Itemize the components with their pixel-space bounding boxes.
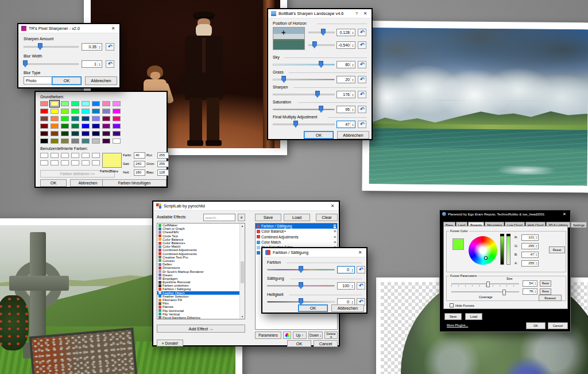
- ok-button[interactable]: OK: [52, 76, 82, 85]
- add-custom-color-button[interactable]: Farben hinzufügen: [102, 179, 167, 187]
- custom-color-swatch[interactable]: [82, 153, 90, 158]
- color-swatch[interactable]: [92, 138, 100, 144]
- hue-spinner[interactable]: 0: [337, 266, 355, 273]
- final-multiply-spinner[interactable]: 47: [336, 121, 355, 128]
- color-field-input[interactable]: 128: [157, 169, 169, 176]
- cancel-button[interactable]: Abbrechen: [331, 304, 364, 312]
- coverage-slider-thumb[interactable]: [502, 290, 506, 295]
- cancel-button[interactable]: Abbrechen: [85, 76, 117, 85]
- color-swatch[interactable]: [113, 131, 121, 136]
- close-icon[interactable]: [110, 26, 117, 31]
- color-reset-button[interactable]: Reset: [549, 246, 565, 253]
- script-list-item[interactable]: Color Match: [256, 240, 337, 245]
- close-icon[interactable]: [362, 11, 369, 16]
- color-swatch[interactable]: [61, 116, 69, 121]
- size-reset-button[interactable]: Reset: [540, 280, 551, 287]
- color-swatch[interactable]: [71, 116, 79, 121]
- channel-spinner[interactable]: 255: [521, 260, 539, 267]
- effect-list-item[interactable]: Floyd-Steinberg Dithering: [157, 316, 239, 319]
- grass-spinner[interactable]: 20: [336, 76, 355, 83]
- color-swatch[interactable]: [113, 124, 121, 129]
- more-plugins-link[interactable]: More Plugins...: [447, 323, 468, 327]
- reset-icon[interactable]: [358, 91, 366, 98]
- size-spinner[interactable]: 54: [523, 280, 537, 287]
- ok-button[interactable]: OK: [287, 340, 311, 347]
- tab[interactable]: Settings: [571, 222, 587, 228]
- cancel-button[interactable]: Abbrechen: [70, 179, 106, 187]
- sharpen-amount-slider[interactable]: [24, 43, 79, 50]
- color-swatch[interactable]: [61, 131, 69, 136]
- script-list-item[interactable]: Color Balance+: [256, 229, 337, 234]
- effects-scrollbar[interactable]: ▲ ▼: [239, 223, 245, 319]
- color-wheel[interactable]: [469, 236, 497, 265]
- color-swatch[interactable]: [102, 124, 110, 129]
- custom-color-swatch[interactable]: [51, 153, 59, 158]
- available-effects-list[interactable]: CellMaker Chart or Graph ChessFEN: [157, 223, 245, 319]
- close-icon[interactable]: [561, 212, 568, 217]
- sharpen-slider[interactable]: [273, 91, 335, 98]
- custom-color-swatch[interactable]: [61, 160, 69, 165]
- ok-button[interactable]: OK: [304, 131, 334, 139]
- color-swatch[interactable]: [82, 138, 90, 144]
- horizon-x-slider[interactable]: [308, 29, 335, 36]
- channel-spinner[interactable]: 255: [521, 243, 539, 249]
- move-up-button[interactable]: Up ↑: [293, 331, 307, 339]
- reset-icon[interactable]: [106, 43, 114, 51]
- grass-slider[interactable]: [273, 76, 335, 83]
- sharpen-spinner[interactable]: 176: [336, 91, 355, 98]
- save-button[interactable]: Save: [444, 313, 462, 320]
- reset-icon[interactable]: [358, 121, 366, 128]
- color-swatch[interactable]: [51, 109, 59, 114]
- color-swatch[interactable]: [51, 124, 59, 129]
- custom-color-swatch[interactable]: [92, 160, 100, 165]
- color-swatch[interactable]: [82, 124, 90, 129]
- color-swatch[interactable]: [40, 138, 48, 144]
- reset-icon[interactable]: [357, 282, 365, 290]
- color-swatch[interactable]: [102, 138, 110, 144]
- color-swatch[interactable]: [82, 101, 90, 106]
- alpha-bar[interactable]: [506, 236, 510, 265]
- custom-color-swatch[interactable]: [40, 153, 48, 158]
- saturation-spinner[interactable]: 100: [337, 282, 355, 290]
- custom-color-swatch[interactable]: [71, 153, 79, 158]
- load-button[interactable]: Load: [284, 214, 310, 221]
- custom-color-swatch[interactable]: [82, 160, 90, 165]
- script-list-item[interactable]: Combined Adjustments: [256, 234, 337, 240]
- delete-button[interactable]: Delete ✕: [324, 331, 338, 339]
- ok-button[interactable]: OK: [40, 179, 67, 187]
- sky-spinner[interactable]: 80: [336, 61, 355, 68]
- blur-width-spinner[interactable]: 1: [82, 60, 102, 68]
- color-swatch[interactable]: [102, 131, 110, 136]
- color-swatch[interactable]: [102, 116, 110, 121]
- color-field-input[interactable]: 180: [134, 169, 145, 176]
- custom-color-swatch[interactable]: [40, 160, 48, 165]
- sky-slider[interactable]: [273, 61, 335, 68]
- final-multiply-slider[interactable]: [273, 121, 335, 128]
- color-field-input[interactable]: 255: [157, 161, 169, 167]
- save-button[interactable]: Save: [255, 214, 281, 221]
- color-swatch[interactable]: [113, 138, 121, 144]
- reset-icon[interactable]: [358, 61, 366, 68]
- move-down-button[interactable]: Down ↓: [308, 331, 323, 339]
- color-swatch[interactable]: [92, 124, 100, 129]
- color-swatch[interactable]: [51, 116, 59, 121]
- color-swatch[interactable]: [40, 124, 48, 129]
- color-swatch[interactable]: [113, 116, 121, 121]
- drag-handle-icon[interactable]: [334, 229, 336, 233]
- parameters-button[interactable]: Parameters: [255, 331, 281, 339]
- color-swatch[interactable]: [102, 109, 110, 114]
- color-field-input[interactable]: 255: [157, 152, 169, 159]
- reset-icon[interactable]: [358, 29, 366, 36]
- color-swatch[interactable]: [82, 131, 90, 136]
- clear-search-button[interactable]: ✕: [238, 214, 245, 221]
- custom-color-swatch[interactable]: [71, 160, 79, 165]
- add-effect-button[interactable]: Add Effect →: [157, 325, 245, 333]
- color-swatch[interactable]: [71, 138, 79, 144]
- color-wheel-button[interactable]: [283, 331, 291, 339]
- color-swatch[interactable]: [82, 109, 90, 114]
- drag-handle-icon[interactable]: [334, 225, 336, 228]
- color-swatch[interactable]: [40, 131, 48, 136]
- load-button[interactable]: Load: [465, 313, 482, 320]
- channel-spinner[interactable]: 121: [521, 234, 539, 241]
- value-bar[interactable]: [500, 236, 504, 265]
